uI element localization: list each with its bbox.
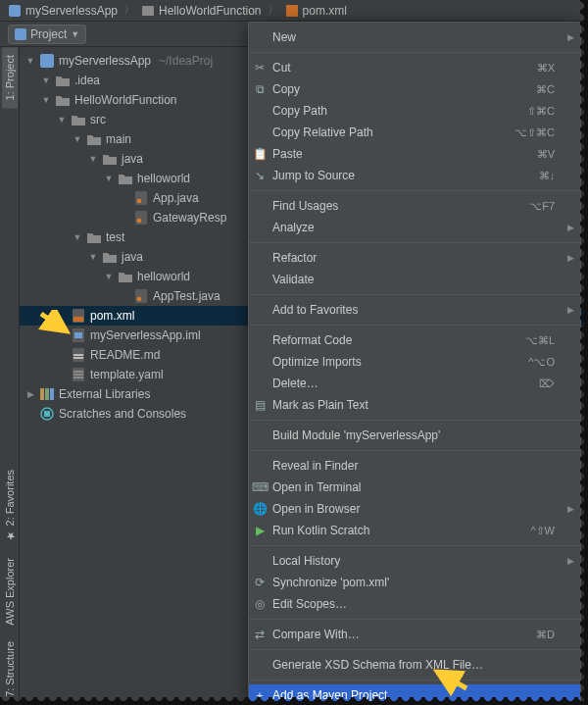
folder-icon [55, 73, 71, 88]
gutter-tab-project[interactable]: 1: Project [2, 47, 18, 108]
svg-point-8 [137, 199, 142, 204]
caret-down-icon[interactable]: ▼ [25, 56, 35, 66]
menu-item[interactable]: ⟳Synchronize 'pom.xml' [249, 572, 580, 593]
svg-rect-7 [135, 191, 147, 205]
menu-item[interactable]: ▤Mark as Plain Text [249, 394, 580, 416]
folder-icon [118, 171, 133, 186]
no-icon [251, 331, 269, 349]
menu-item[interactable]: Optimize Imports^⌥O [249, 351, 580, 373]
svg-rect-18 [74, 354, 83, 356]
menu-item[interactable]: Refactor▶ [249, 247, 580, 269]
gutter-tab-favorites[interactable]: ★ 2: Favorites [1, 462, 18, 550]
tree-node-label: myServerlessApp [59, 54, 151, 68]
svg-rect-28 [44, 411, 50, 417]
menu-item-label: Run Kotlin Scratch [272, 524, 530, 537]
tree-node-label: myServerlessApp.iml [90, 328, 201, 342]
svg-rect-24 [40, 388, 44, 400]
menu-item[interactable]: Find Usages⌥F7 [249, 195, 580, 217]
menu-item[interactable]: Analyze▶ [249, 217, 580, 238]
tree-node-hint: ~/IdeaProj [159, 54, 213, 68]
menu-separator [249, 242, 580, 243]
menu-item[interactable]: Validate [249, 269, 580, 290]
svg-point-12 [137, 297, 142, 302]
caret-down-icon[interactable]: ▼ [57, 115, 67, 125]
caret-down-icon[interactable]: ▼ [41, 95, 51, 105]
gutter-tab-structure[interactable]: 7: Structure [2, 633, 18, 705]
menu-item[interactable]: ＋Add as Maven Project [249, 684, 580, 705]
menu-item[interactable]: Build Module 'myServerlessApp' [249, 425, 580, 446]
caret-down-icon[interactable]: ▼ [73, 134, 82, 144]
breadcrumb-item[interactable]: pom.xml [283, 4, 349, 18]
tree-node-label: java [122, 152, 143, 166]
menu-item[interactable]: 🌐Open in Browser▶ [249, 498, 580, 520]
svg-rect-19 [74, 357, 83, 359]
menu-item[interactable]: ⌨Open in Terminal [249, 477, 580, 498]
svg-rect-21 [74, 371, 83, 373]
no-icon [251, 375, 269, 392]
project-view-selector[interactable]: Project ▼ [8, 25, 86, 44]
jump-icon: ↘ [251, 167, 269, 184]
menu-item-label: Delete… [272, 377, 539, 390]
no-icon [251, 28, 269, 46]
caret-down-icon[interactable]: ▼ [104, 272, 114, 281]
menu-item[interactable]: Copy Path⇧⌘C [249, 100, 580, 122]
menu-item-shortcut: ⌥F7 [529, 200, 561, 213]
menu-item-shortcut: ⌘D [536, 629, 561, 641]
svg-rect-23 [74, 377, 83, 378]
caret-down-icon[interactable]: ▼ [104, 174, 114, 183]
menu-item[interactable]: ⧉Copy⌘C [249, 78, 580, 100]
tree-node-label: External Libraries [59, 387, 150, 401]
menu-item[interactable]: Reformat Code⌥⌘L [249, 329, 580, 351]
left-tool-gutter: 1: Project ★ 2: Favorites AWS Explorer 7… [0, 47, 20, 705]
menu-item-shortcut: ⌥⌘L [525, 334, 561, 347]
menu-item[interactable]: Reveal in Finder [249, 455, 580, 477]
menu-item-label: Open in Terminal [272, 480, 555, 494]
caret-down-icon[interactable]: ▼ [73, 232, 82, 242]
menu-item[interactable]: Generate XSD Schema from XML File… [249, 654, 580, 676]
menu-item[interactable]: ◎Edit Scopes… [249, 593, 580, 615]
no-icon [251, 427, 269, 444]
folder-icon [71, 112, 86, 127]
menu-item[interactable]: Copy Relative Path⌥⇧⌘C [249, 122, 580, 143]
menu-item[interactable]: ▶Run Kotlin Scratch^⇧W [249, 520, 580, 541]
gutter-tab-aws-explorer[interactable]: AWS Explorer [2, 550, 18, 633]
no-icon [251, 457, 269, 475]
menu-item-label: Reveal in Finder [272, 459, 555, 473]
menu-item-label: Analyze [272, 221, 555, 234]
tree-node-label: main [106, 132, 131, 146]
no-icon [251, 219, 269, 236]
menu-separator [249, 680, 580, 680]
caret-down-icon[interactable]: ▼ [88, 154, 98, 164]
menu-item-label: Local History [272, 554, 555, 568]
menu-item-shortcut: ⌥⇧⌘C [514, 126, 561, 139]
menu-item-shortcut: ⌘C [536, 83, 561, 96]
menu-item[interactable]: ✂Cut⌘X [249, 57, 580, 78]
text-icon: ▤ [251, 396, 269, 414]
folder-icon [55, 92, 71, 108]
menu-item[interactable]: New▶ [249, 26, 580, 48]
menu-item[interactable]: Local History▶ [249, 550, 580, 572]
menu-item-label: Copy Path [272, 104, 527, 118]
caret-right-icon[interactable]: ▶ [25, 389, 35, 399]
caret-down-icon[interactable]: ▼ [88, 252, 98, 262]
menu-item-label: Optimize Imports [272, 355, 528, 369]
tree-node-label: template.yaml [90, 368, 164, 381]
caret-down-icon[interactable]: ▼ [41, 76, 51, 85]
menu-item[interactable]: Delete…⌦ [249, 373, 580, 394]
menu-item[interactable]: 📋Paste⌘V [249, 143, 580, 165]
java-file-icon [133, 288, 149, 304]
breadcrumb-label: pom.xml [303, 4, 347, 18]
menu-item-label: Generate XSD Schema from XML File… [272, 658, 555, 672]
menu-item[interactable]: Add to Favorites▶ [249, 299, 580, 321]
breadcrumb-item[interactable]: myServerlessApp [6, 4, 120, 18]
lib-icon [39, 386, 55, 402]
menu-separator [249, 545, 580, 546]
breadcrumb-item[interactable]: HelloWorldFunction [139, 4, 264, 18]
tree-node-label: helloworld [137, 172, 190, 185]
submenu-arrow-icon: ▶ [561, 504, 574, 514]
no-icon [251, 197, 269, 215]
menu-item[interactable]: ↘Jump to Source⌘↓ [249, 165, 580, 186]
menu-item-label: Refactor [272, 251, 555, 265]
menu-separator [249, 649, 580, 650]
menu-item[interactable]: ⇄Compare With…⌘D [249, 624, 580, 645]
